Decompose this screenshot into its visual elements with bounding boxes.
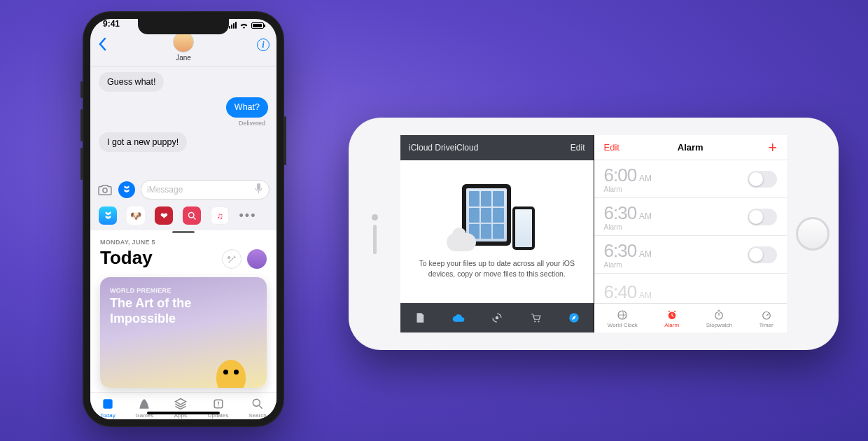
message-bubble: What?	[226, 97, 268, 117]
alarm-edit-button[interactable]: Edit	[604, 142, 620, 153]
tab-stopwatch[interactable]: Stopwatch	[706, 309, 732, 328]
alarm-pane: Edit Alarm + 6:00AM Alarm 6:30AM Alarm	[594, 135, 788, 332]
tab-shared-icon[interactable]	[489, 310, 505, 326]
delivered-label: Delivered	[239, 120, 268, 127]
svg-point-5	[253, 399, 260, 406]
status-time: 9:41	[103, 19, 120, 29]
message-thread[interactable]: Guess what! What? Delivered I got a new …	[90, 66, 276, 176]
icloud-empty-state: To keep your files up to date across all…	[400, 160, 594, 303]
tab-updates[interactable]: Updates	[208, 397, 229, 419]
svg-point-6	[495, 316, 498, 320]
message-bubble: I got a new puppy!	[99, 132, 187, 152]
icloud-caption: To keep your files up to date across all…	[414, 258, 580, 279]
tab-cloud-icon[interactable]	[451, 310, 466, 326]
iphone-x-device: 9:41 Jane i Guess what! What? Delivered …	[83, 11, 284, 427]
camera-icon[interactable]	[97, 182, 113, 197]
tab-today[interactable]: Today	[100, 397, 115, 419]
earpiece	[373, 225, 377, 254]
tab-safari-icon[interactable]	[566, 310, 582, 326]
battery-icon	[251, 22, 264, 29]
tab-apps[interactable]: Apps	[174, 397, 188, 419]
alarm-row[interactable]: 6:30AM Alarm	[594, 236, 788, 274]
wifi-icon	[239, 22, 248, 29]
alarm-title: Alarm	[678, 142, 704, 153]
notch	[138, 19, 229, 34]
alarm-row[interactable]: 6:30AM Alarm	[594, 198, 788, 236]
tab-timer[interactable]: Timer	[760, 309, 774, 328]
messages-header: Jane i	[90, 30, 276, 66]
today-feature-card[interactable]: WORLD PREMIERE The Art of the Impossible	[100, 277, 267, 388]
message-input[interactable]: iMessage	[141, 180, 270, 200]
home-indicator[interactable]	[147, 412, 220, 414]
alarm-add-button[interactable]: +	[768, 139, 777, 157]
svg-point-8	[538, 321, 539, 322]
tab-documents-icon[interactable]	[412, 310, 428, 326]
tab-world-clock[interactable]: World Clock	[608, 309, 638, 328]
apps-icon[interactable]	[118, 181, 135, 198]
icloud-title: iCloud	[454, 143, 478, 153]
tab-cart-icon[interactable]	[528, 310, 543, 326]
app-store-tabbar: Today Games Apps Updates Search	[90, 392, 276, 419]
clock-tabbar: World Clock Alarm Stopwatch Timer	[594, 303, 788, 332]
contact-name-label: Jane	[90, 54, 276, 62]
compose-bar: iMessage	[90, 176, 276, 204]
feature-art	[216, 360, 246, 388]
alarm-list[interactable]: 6:00AM Alarm 6:30AM Alarm 6:30AM Alarm	[594, 160, 788, 303]
tab-games[interactable]: Games	[135, 397, 153, 419]
icloud-tabbar	[400, 303, 594, 332]
tab-alarm[interactable]: Alarm	[664, 309, 679, 328]
info-button[interactable]: i	[257, 38, 270, 51]
imessage-app-drawer[interactable]: 🐶 ❤ ♫ •••	[90, 204, 276, 230]
today-date-label: MONDAY, JUNE 5	[100, 239, 155, 246]
devices-illustration	[455, 184, 539, 247]
icloud-edit-button[interactable]: Edit	[570, 143, 585, 153]
account-avatar[interactable]	[247, 249, 267, 269]
today-title: Today	[100, 247, 155, 269]
home-button[interactable]	[796, 217, 830, 251]
svg-point-2	[188, 212, 194, 218]
front-camera	[372, 214, 378, 220]
message-placeholder: iMessage	[147, 185, 183, 195]
alarm-toggle[interactable]	[748, 171, 777, 188]
drawer-appstore-icon[interactable]	[99, 206, 117, 225]
svg-point-7	[534, 321, 536, 322]
alarm-toggle[interactable]	[748, 246, 777, 263]
back-button[interactable]	[97, 37, 107, 54]
svg-point-0	[103, 188, 107, 192]
alarm-row[interactable]: 6:00AM Alarm	[594, 160, 788, 198]
tab-search[interactable]: Search	[248, 397, 266, 419]
cloud-icon	[447, 233, 476, 251]
icloud-header: iCloud Drive iCloud Edit	[400, 135, 594, 160]
app-store-pane: MONDAY, JUNE 5 Today WORLD PREMIERE The …	[90, 230, 276, 419]
signal-icon	[229, 22, 237, 29]
icloud-back-button[interactable]: iCloud Drive	[409, 143, 454, 153]
svg-rect-3	[103, 399, 112, 408]
alarm-toggle[interactable]	[748, 209, 777, 225]
feature-eyebrow: WORLD PREMIERE	[110, 287, 257, 294]
wand-icon[interactable]	[222, 249, 241, 269]
iphone-landscape-device: iCloud Drive iCloud Edit To keep your fi…	[349, 118, 839, 350]
drawer-memoji-icon[interactable]: 🐶	[127, 206, 145, 225]
message-bubble: Guess what!	[99, 72, 164, 92]
drawer-music-icon[interactable]: ♫	[211, 206, 229, 225]
alarm-header: Edit Alarm +	[594, 135, 788, 160]
icloud-drive-pane: iCloud Drive iCloud Edit To keep your fi…	[400, 135, 594, 332]
contact-avatar[interactable]	[173, 31, 194, 52]
mic-icon[interactable]	[254, 183, 263, 197]
drawer-search-icon[interactable]	[183, 206, 201, 225]
alarm-row[interactable]: 6:40AM	[594, 274, 788, 303]
svg-rect-1	[257, 183, 260, 190]
feature-title: The Art of the Impossible	[110, 296, 257, 326]
drawer-more-icon[interactable]: •••	[239, 206, 257, 225]
drawer-heart-icon[interactable]: ❤	[155, 206, 173, 225]
